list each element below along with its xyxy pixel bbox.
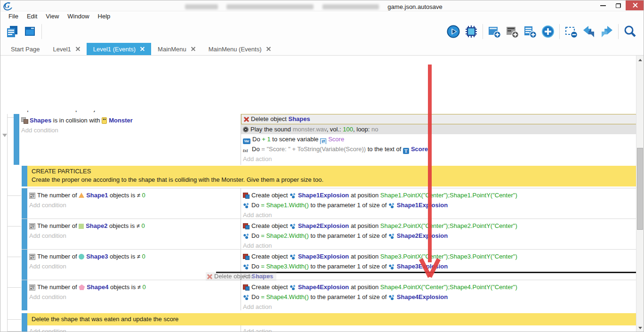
text-segment: Create object: [251, 222, 290, 229]
add-action-link[interactable]: Add action: [241, 154, 637, 164]
action-row[interactable]: Create object Shape1Explosion at positio…: [241, 190, 637, 200]
action-row[interactable]: Create object Shape2Explosion at positio…: [241, 221, 637, 231]
add-condition-link[interactable]: Add condition: [27, 200, 241, 210]
text-segment: 0: [142, 222, 145, 229]
tab-mainmenu-events[interactable]: MainMenu (Events): [202, 43, 277, 55]
collapse-arrow-icon[interactable]: [2, 134, 7, 137]
tab-level1[interactable]: Level1: [46, 43, 86, 55]
comment-delete-shape[interactable]: Delete the shape that was eaten and upda…: [22, 313, 637, 325]
action-row[interactable]: Do + 1 to scene variable Score: [241, 134, 637, 144]
search-icon[interactable]: [622, 24, 638, 40]
tab-mainmenu[interactable]: MainMenu: [151, 43, 202, 55]
action-row[interactable]: Do = Shape4.Width() to the parameter 1 o…: [241, 292, 637, 302]
tab-start-page[interactable]: Start Page: [4, 43, 46, 55]
add-event-icon[interactable]: [486, 24, 502, 40]
text-segment: Shape4Explosion: [298, 283, 349, 291]
menu-window[interactable]: Window: [63, 13, 93, 20]
close-button[interactable]: [626, 0, 644, 10]
condition-row[interactable]: The number of Shape1 objects is ≠ 0: [27, 190, 241, 200]
debug-icon[interactable]: [463, 24, 479, 40]
text-segment: to the parameter 1 of size of: [309, 293, 388, 300]
tab-label: Level1 (Events): [93, 46, 136, 53]
text-segment: 0: [143, 283, 146, 291]
text-segment: Shape1: [86, 192, 108, 199]
action-row[interactable]: Do = Shape3.Width() to the parameter 1 o…: [241, 261, 637, 271]
particles-icon: [243, 294, 250, 300]
tree-guide-line: [7, 195, 21, 196]
condition-row[interactable]: Shapes is in collision with Monster: [19, 115, 241, 125]
subevent-shape4[interactable]: The number of Shape4 objects is ≠ 0 Add …: [22, 280, 637, 310]
text-segment: = "Score: " + ToString(Variable(Score)): [261, 146, 366, 153]
add-condition-link[interactable]: Add condition: [27, 326, 241, 332]
action-row[interactable]: Create object Shape3Explosion at positio…: [241, 251, 637, 261]
subevent-shape1[interactable]: The number of Shape1 objects is ≠ 0 Add …: [22, 188, 637, 219]
menu-help[interactable]: Help: [94, 13, 115, 20]
action-row[interactable]: Create object Shape4Explosion at positio…: [241, 282, 637, 292]
text-segment: = Shape4.Width(): [261, 293, 309, 300]
add-sub-event-icon[interactable]: [504, 24, 520, 40]
text-segment: Shape3: [86, 253, 108, 260]
tab-level1-events[interactable]: Level1 (Events): [87, 43, 151, 55]
preview-play-icon[interactable]: [445, 24, 461, 40]
action-row-selected[interactable]: Delete object Shapes: [241, 114, 637, 124]
add-action-link[interactable]: Add action: [241, 326, 637, 332]
add-comment-icon[interactable]: [522, 24, 538, 40]
create-icon: [243, 223, 250, 229]
action-row[interactable]: Play the sound monster.wav, vol.: 100, l…: [241, 124, 637, 134]
tab-close-icon[interactable]: [76, 47, 80, 51]
subevent-shape3[interactable]: The number of Shape3 objects is ≠ 0 Add …: [22, 249, 637, 280]
add-condition-link[interactable]: Add condition: [19, 125, 241, 135]
condition-row[interactable]: The number of Shape4 objects is ≠ 0: [27, 282, 241, 292]
titlebar: game.json.autosave: [0, 0, 644, 11]
text-segment: Shape3Explosion: [397, 263, 448, 270]
remove-event-icon[interactable]: [563, 24, 579, 40]
minimize-button[interactable]: [596, 0, 611, 10]
redo-icon[interactable]: [599, 24, 615, 40]
condition-row[interactable]: The number of Shape3 objects is ≠ 0: [27, 251, 241, 261]
toolbar-separator: [41, 24, 42, 39]
scroll-down-icon[interactable]: [638, 327, 642, 329]
undo-icon[interactable]: [581, 24, 597, 40]
text-segment: Do: [251, 202, 261, 209]
create-icon: [243, 193, 250, 199]
text-segment: Create object: [251, 253, 290, 260]
tree-guide-line: [7, 114, 8, 332]
text-segment: at position: [349, 283, 380, 291]
add-condition-link[interactable]: Add condition: [27, 292, 241, 302]
menu-file[interactable]: File: [4, 13, 23, 20]
scroll-up-icon[interactable]: [638, 59, 642, 61]
add-action-link[interactable]: Add action: [241, 302, 637, 312]
shape2-square-icon: [79, 224, 84, 229]
menu-edit[interactable]: Edit: [23, 13, 41, 20]
collision-icon: [21, 117, 28, 123]
events-sheet: Repeat for each Shapes object: Shapes is…: [0, 56, 637, 332]
action-row[interactable]: Do = "Score: " + ToString(Variable(Score…: [241, 144, 637, 154]
menu-view[interactable]: View: [41, 13, 63, 20]
subevent-drop-target[interactable]: Add condition Add action: [22, 325, 637, 332]
tab-close-icon[interactable]: [191, 47, 195, 51]
tree-guide-line: [7, 287, 21, 288]
scene-editor-icon[interactable]: [22, 24, 38, 40]
sound-icon: [243, 127, 249, 132]
condition-row[interactable]: The number of Shape2 objects is ≠ 0: [27, 221, 241, 231]
redacted-title-blur: [226, 4, 314, 9]
count-icon: [29, 223, 35, 229]
tabbar: Start Page Level1 Level1 (Events) MainMe…: [0, 43, 644, 56]
tree-guide-line: [7, 226, 21, 227]
add-condition-link[interactable]: Add condition: [27, 261, 241, 271]
tab-close-icon[interactable]: [140, 47, 145, 51]
text-segment: objects is ≠: [108, 253, 142, 260]
event-repeat-shapes[interactable]: Shapes is in collision with Monster Add …: [14, 114, 637, 165]
tree-guide-line: [7, 257, 21, 257]
subevent-shape2[interactable]: The number of Shape2 objects is ≠ 0 Add …: [22, 219, 637, 249]
scrollbar-thumb[interactable]: [637, 148, 643, 230]
restore-button[interactable]: [611, 0, 626, 10]
add-condition-link[interactable]: Add condition: [27, 231, 241, 241]
project-manager-icon[interactable]: [4, 24, 20, 40]
add-special-event-icon[interactable]: [540, 24, 556, 40]
comment-create-particles[interactable]: CREATE PARTICLES Create the proper one a…: [22, 166, 637, 186]
action-row[interactable]: Do = Shape1.Width() to the parameter 1 o…: [241, 200, 637, 210]
action-row[interactable]: Do = Shape2.Width() to the parameter 1 o…: [241, 231, 637, 241]
redacted-title-blur: [185, 4, 218, 9]
tab-close-icon[interactable]: [266, 47, 271, 51]
